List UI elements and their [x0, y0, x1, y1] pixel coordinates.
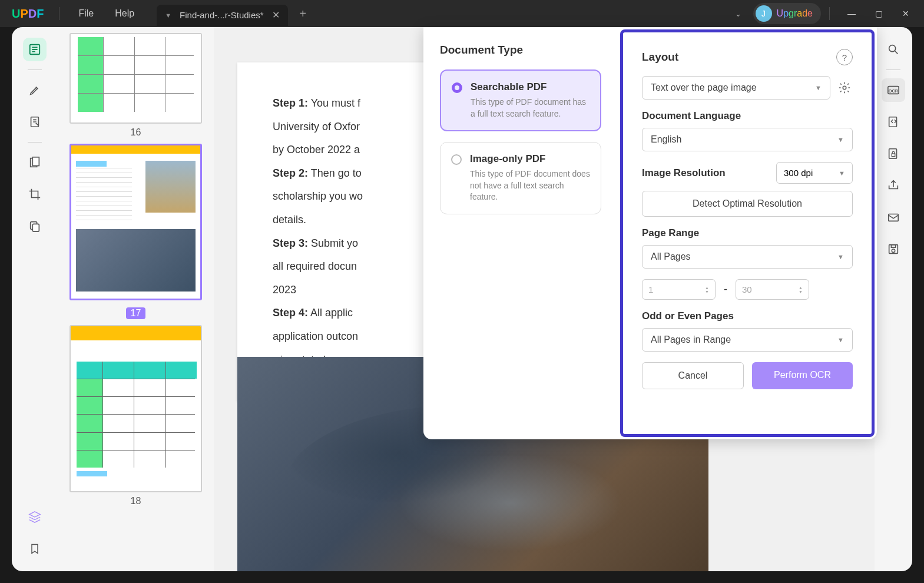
chevron-down-icon: ▼	[815, 84, 822, 91]
svg-text:OCR: OCR	[889, 88, 899, 94]
thumbnails-button[interactable]	[23, 38, 47, 61]
left-sidebar	[12, 27, 58, 571]
highlight-tool[interactable]	[23, 78, 47, 102]
language-select[interactable]: English ▼	[642, 128, 853, 151]
tab-close-icon[interactable]: ✕	[272, 9, 280, 21]
right-sidebar: OCR	[875, 27, 912, 571]
divider	[886, 69, 900, 70]
ocr-panel: Document Type Searchable PDF This type o…	[423, 27, 877, 439]
option-title: Image-only PDF	[470, 153, 590, 165]
range-to-input[interactable]: 30 ▲▼	[736, 279, 809, 300]
ocr-settings-section: Layout ? Text over the page image ▼ Docu…	[620, 29, 875, 437]
tab-dropdown-icon[interactable]: ▼	[165, 12, 171, 19]
select-value: All Pages in Range	[651, 334, 731, 345]
maximize-button[interactable]: ▢	[865, 2, 892, 25]
svg-rect-14	[891, 245, 895, 248]
protect-button[interactable]	[882, 142, 905, 165]
option-desc: This type of PDF document does not have …	[470, 168, 590, 203]
menu-help[interactable]: Help	[104, 8, 145, 19]
upgrade-label: Upgrade	[777, 8, 813, 19]
divider	[28, 142, 42, 143]
resolution-select[interactable]: 300 dpi ▼	[776, 162, 853, 184]
close-button[interactable]: ✕	[892, 2, 919, 25]
share-button[interactable]	[882, 174, 905, 197]
divider	[28, 69, 42, 70]
pagerange-heading: Page Range	[642, 227, 853, 239]
thumbnail-label: 16	[69, 127, 202, 138]
thumbnail-17[interactable]: 17	[69, 144, 202, 319]
svg-point-6	[889, 45, 896, 52]
select-value: English	[651, 134, 681, 145]
convert-button[interactable]	[882, 110, 905, 134]
edit-tool[interactable]	[23, 110, 47, 134]
chevron-down-icon: ▼	[837, 253, 844, 260]
resolution-heading: Image Resolution	[642, 167, 726, 179]
separator	[59, 7, 59, 20]
thumbnail-16[interactable]: 16	[69, 33, 202, 138]
minimize-button[interactable]: ―	[838, 2, 865, 25]
app-logo: UPDF	[5, 7, 51, 21]
help-icon[interactable]: ?	[836, 49, 853, 65]
cancel-button[interactable]: Cancel	[642, 362, 744, 389]
perform-ocr-button[interactable]: Perform OCR	[752, 362, 853, 389]
imageonly-pdf-option[interactable]: Image-only PDF This type of PDF document…	[440, 142, 601, 214]
doctype-heading: Document Type	[440, 44, 601, 57]
select-value: All Pages	[651, 251, 691, 262]
option-title: Searchable PDF	[471, 81, 589, 93]
separator	[829, 7, 830, 20]
option-desc: This type of PDF document has a full tex…	[471, 97, 589, 120]
oddeven-select[interactable]: All Pages in Range ▼	[642, 328, 853, 352]
radio-icon	[452, 82, 462, 93]
oddeven-heading: Odd or Even Pages	[642, 310, 853, 322]
select-value: Text over the page image	[651, 82, 757, 93]
thumbnail-panel: 16 17 18	[58, 27, 214, 571]
window-dropdown-icon[interactable]: ⌄	[735, 9, 741, 18]
email-button[interactable]	[882, 206, 905, 229]
svg-rect-11	[892, 154, 895, 157]
document-tab[interactable]: ▼ Find-and-...r-Studies* ✕	[157, 5, 287, 26]
layout-heading: Layout	[642, 51, 678, 64]
searchable-pdf-option[interactable]: Searchable PDF This type of PDF document…	[440, 69, 601, 131]
menu-file[interactable]: File	[68, 8, 104, 19]
save-button[interactable]	[882, 237, 905, 261]
range-from-input[interactable]: 1 ▲▼	[642, 279, 716, 300]
svg-point-15	[892, 249, 895, 253]
thumbnail-label: 18	[69, 496, 202, 506]
ocr-button[interactable]: OCR	[882, 78, 905, 102]
gear-icon[interactable]	[836, 80, 853, 96]
crop-tool[interactable]	[23, 183, 47, 206]
chevron-down-icon: ▼	[837, 336, 844, 343]
svg-rect-12	[889, 214, 899, 221]
language-heading: Document Language	[642, 110, 853, 122]
titlebar: UPDF File Help ▼ Find-and-...r-Studies* …	[0, 0, 924, 27]
chevron-down-icon: ▼	[837, 136, 844, 143]
search-button[interactable]	[882, 38, 905, 61]
layout-select[interactable]: Text over the page image ▼	[642, 76, 830, 100]
range-dash: -	[724, 283, 727, 296]
thumbnail-label: 17	[126, 307, 146, 319]
ocr-doctype-section: Document Type Searchable PDF This type o…	[423, 27, 618, 439]
new-tab-button[interactable]: +	[300, 7, 307, 21]
select-value: 300 dpi	[784, 168, 813, 178]
spinner-icon[interactable]: ▲▼	[799, 286, 803, 294]
avatar: J	[756, 5, 772, 22]
tab-title: Find-and-...r-Studies*	[180, 10, 264, 20]
layers-button[interactable]	[23, 505, 47, 529]
pages-tool[interactable]	[23, 151, 47, 174]
upgrade-button[interactable]: J Upgrade	[753, 3, 821, 24]
pagerange-select[interactable]: All Pages ▼	[642, 245, 853, 269]
svg-rect-5	[32, 224, 39, 231]
copy-tool[interactable]	[23, 214, 47, 238]
svg-rect-3	[32, 157, 39, 166]
bookmark-button[interactable]	[23, 537, 47, 561]
spinner-icon[interactable]: ▲▼	[705, 286, 709, 294]
thumbnail-18[interactable]: 18	[69, 325, 202, 506]
detect-resolution-button[interactable]: Detect Optimal Resolution	[642, 191, 853, 217]
svg-point-16	[843, 86, 846, 90]
chevron-down-icon: ▼	[839, 170, 845, 177]
radio-icon	[451, 154, 462, 165]
